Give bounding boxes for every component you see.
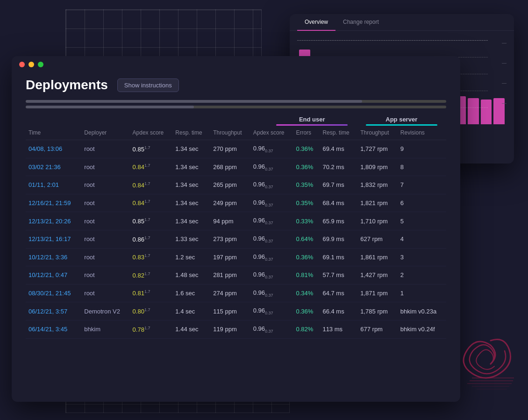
cell-as-apdex: 0.960.37 <box>250 284 293 302</box>
table-row: 01/11, 2:01 root 0.841.7 1.34 sec 265 pp… <box>26 176 446 194</box>
progress-bar-1 <box>26 100 446 103</box>
cell-as-resp: 113 ms <box>320 320 357 338</box>
col-as-apdex: Apdex score <box>250 126 293 140</box>
cell-revisions: 5 <box>398 212 446 230</box>
cell-time[interactable]: 12/13/21, 20:26 <box>26 212 81 230</box>
cell-eu-resp: 1.34 sec <box>172 194 210 212</box>
main-content: Deployments Show instructions End user A… <box>12 78 460 348</box>
cell-as-resp: 69.4 ms <box>320 140 357 158</box>
cell-as-throughput: 1,809 rpm <box>357 158 398 176</box>
table-row: 12/16/21, 21:59 root 0.841.7 1.34 sec 24… <box>26 194 446 212</box>
cell-revisions: bhkim v0.23a <box>398 302 446 320</box>
cell-as-resp: 66.4 ms <box>320 302 357 320</box>
dot-green <box>38 62 43 67</box>
cell-time[interactable]: 08/30/21, 21:45 <box>26 284 81 302</box>
cell-eu-resp: 1.44 sec <box>172 320 210 338</box>
tab-change-report[interactable]: Change report <box>335 14 386 31</box>
page-title-row: Deployments Show instructions <box>26 78 446 93</box>
cell-eu-throughput: 94 ppm <box>210 212 250 230</box>
cell-eu-throughput: 270 ppm <box>210 140 250 158</box>
cell-eu-throughput: 115 ppm <box>210 302 250 320</box>
progress-bar-fill-1 <box>26 100 362 103</box>
col-time: Time <box>26 126 81 140</box>
table-row: 06/12/21, 3:57 Demotron V2 0.801.7 1.4 s… <box>26 302 446 320</box>
cell-eu-throughput: 274 ppm <box>210 284 250 302</box>
cell-as-resp: 70.2 ms <box>320 158 357 176</box>
table-row: 06/14/21, 3:45 bhkim 0.781.7 1.44 sec 11… <box>26 320 446 338</box>
cell-eu-resp: 1.33 sec <box>172 230 210 248</box>
col-eu-resp: Resp. time <box>172 126 210 140</box>
cell-time[interactable]: 04/08, 13:06 <box>26 140 81 158</box>
cell-as-apdex: 0.960.37 <box>250 140 293 158</box>
cell-as-resp: 65.9 ms <box>320 212 357 230</box>
cell-as-apdex: 0.960.37 <box>250 194 293 212</box>
cell-time[interactable]: 03/02 21:36 <box>26 158 81 176</box>
cell-time[interactable]: 10/12/21, 0:47 <box>26 266 81 285</box>
section-divider: End user App server <box>26 116 446 126</box>
cell-eu-resp: 1.34 sec <box>172 212 210 230</box>
cell-as-errors: 0.64% <box>293 230 320 248</box>
cell-as-throughput: 1,710 rpm <box>357 212 398 230</box>
chart-axis-4: — <box>502 100 507 106</box>
cell-eu-apdex: 0.851.7 <box>130 140 173 158</box>
cell-revisions: 8 <box>398 158 446 176</box>
cell-deployer: root <box>81 230 129 248</box>
cell-eu-apdex: 0.781.7 <box>130 320 173 338</box>
cell-deployer: root <box>81 284 129 302</box>
cell-eu-resp: 1.34 sec <box>172 158 210 176</box>
cell-revisions: 1 <box>398 284 446 302</box>
table-row: 08/30/21, 21:45 root 0.811.7 1.6 sec 274… <box>26 284 446 302</box>
col-revisions: Revisions <box>398 126 446 140</box>
cell-eu-resp: 1.34 sec <box>172 140 210 158</box>
progress-bar-fill-2 <box>26 106 194 108</box>
cell-as-throughput: 1,785 rpm <box>357 302 398 320</box>
cell-as-errors: 0.82% <box>293 320 320 338</box>
cell-eu-throughput: 265 ppm <box>210 176 250 194</box>
table-body: 04/08, 13:06 root 0.851.7 1.34 sec 270 p… <box>26 140 446 339</box>
cell-eu-apdex: 0.841.7 <box>130 176 173 194</box>
dot-yellow <box>29 62 34 67</box>
cell-revisions: 7 <box>398 176 446 194</box>
progress-bar-2 <box>26 106 446 108</box>
cell-time[interactable]: 01/11, 2:01 <box>26 176 81 194</box>
cell-as-apdex: 0.960.37 <box>250 230 293 248</box>
cell-eu-throughput: 268 ppm <box>210 158 250 176</box>
cell-eu-resp: 1.4 sec <box>172 302 210 320</box>
cell-as-throughput: 627 rpm <box>357 230 398 248</box>
cell-time[interactable]: 06/14/21, 3:45 <box>26 320 81 338</box>
cell-as-throughput: 1,861 rpm <box>357 248 398 266</box>
cell-eu-resp: 1.48 sec <box>172 266 210 285</box>
tab-overview[interactable]: Overview <box>297 14 335 31</box>
cell-eu-resp: 1.6 sec <box>172 284 210 302</box>
cell-as-throughput: 1,427 rpm <box>357 266 398 285</box>
table-row: 04/08, 13:06 root 0.851.7 1.34 sec 270 p… <box>26 140 446 158</box>
cell-as-errors: 0.34% <box>293 284 320 302</box>
cell-deployer: root <box>81 194 129 212</box>
cell-as-apdex: 0.960.37 <box>250 320 293 338</box>
main-window: Deployments Show instructions End user A… <box>12 56 460 402</box>
cell-as-errors: 0.36% <box>293 248 320 266</box>
table-header-row: Time Deployer Apdex score Resp. time Thr… <box>26 126 446 140</box>
cell-as-apdex: 0.960.37 <box>250 158 293 176</box>
cell-revisions: 6 <box>398 194 446 212</box>
cell-deployer: Demotron V2 <box>81 302 129 320</box>
cell-eu-throughput: 197 ppm <box>210 248 250 266</box>
table-row: 10/12/21, 0:47 root 0.821.7 1.48 sec 281… <box>26 266 446 285</box>
cell-as-resp: 57.7 ms <box>320 266 357 285</box>
cell-as-resp: 64.7 ms <box>320 284 357 302</box>
cell-as-resp: 69.9 ms <box>320 230 357 248</box>
cell-deployer: root <box>81 212 129 230</box>
show-instructions-button[interactable]: Show instructions <box>117 78 179 92</box>
cell-as-apdex: 0.960.37 <box>250 266 293 285</box>
cell-time[interactable]: 12/16/21, 21:59 <box>26 194 81 212</box>
cell-as-apdex: 0.960.37 <box>250 248 293 266</box>
cell-as-resp: 69.7 ms <box>320 176 357 194</box>
cell-eu-apdex: 0.821.7 <box>130 266 173 285</box>
cell-time[interactable]: 12/13/21, 16:17 <box>26 230 81 248</box>
cell-revisions: 3 <box>398 248 446 266</box>
col-deployer: Deployer <box>81 126 129 140</box>
cell-time[interactable]: 06/12/21, 3:57 <box>26 302 81 320</box>
cell-time[interactable]: 10/12/21, 3:36 <box>26 248 81 266</box>
cell-revisions: 4 <box>398 230 446 248</box>
cell-as-errors: 0.35% <box>293 176 320 194</box>
